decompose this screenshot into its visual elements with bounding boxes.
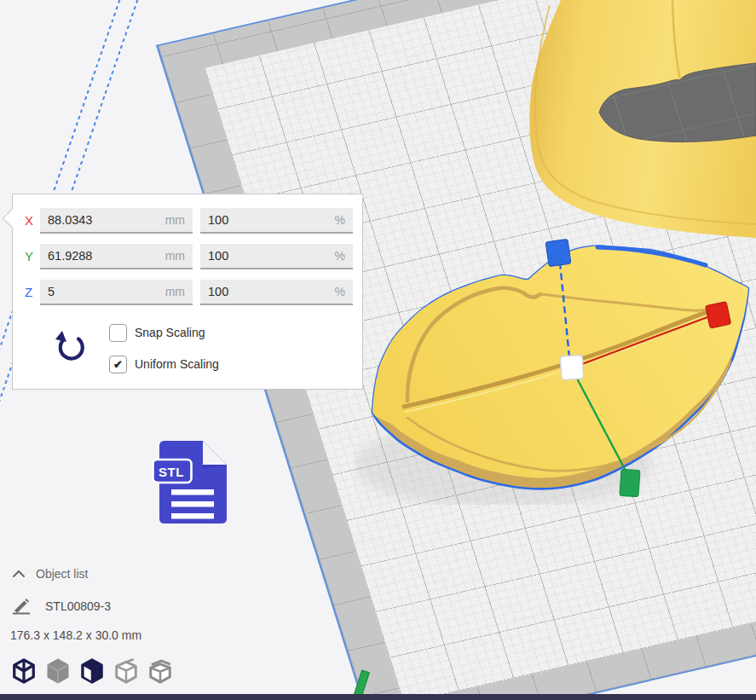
pencil-icon: [12, 597, 31, 616]
scale-y-percent-input[interactable]: 100 %: [200, 244, 353, 269]
scale-tool-panel: X 88.0343 mm 100 % Y 61.9288 mm 100 % Z: [12, 194, 363, 390]
unit-label: %: [335, 249, 345, 263]
stl-file-icon[interactable]: STL: [152, 438, 232, 524]
view-cube-half-solid-icon[interactable]: [79, 657, 105, 685]
scale-z-mm-input[interactable]: 5 mm: [40, 280, 193, 305]
snap-scaling-label: Snap Scaling: [135, 326, 205, 339]
slicer-app: X 88.0343 mm 100 % Y 61.9288 mm 100 % Z: [0, 0, 756, 700]
object-list-title: Object list: [36, 567, 88, 581]
axis-y-label: Y: [25, 249, 40, 263]
stl-text-line: [171, 489, 214, 495]
gizmo-y-handle[interactable]: [620, 469, 640, 496]
stl-badge-text: STL: [159, 465, 184, 479]
scale-z-percent-input[interactable]: 100 %: [200, 280, 353, 305]
gizmo-z-handle[interactable]: [545, 239, 571, 266]
object-list-item-name: STL00809-3: [45, 599, 111, 613]
unit-label: mm: [165, 213, 185, 227]
scale-row-y: Y 61.9288 mm 100 %: [13, 244, 362, 269]
chevron-up-icon[interactable]: [12, 570, 26, 578]
unit-label: %: [335, 213, 345, 227]
unit-label: mm: [165, 285, 185, 298]
uniform-check-glyph: ✔: [113, 358, 123, 371]
view-cube-solid-icon[interactable]: [45, 657, 71, 685]
scale-row-z: Z 5 mm 100 %: [13, 280, 362, 305]
gizmo-center-handle[interactable]: [560, 355, 584, 380]
model-dimensions: 176.3 x 148.2 x 30.0 mm: [10, 628, 141, 642]
view-cube-lid-icon[interactable]: [147, 657, 173, 685]
scale-x-percent-input[interactable]: 100 %: [200, 208, 353, 234]
view-mode-toolbar: [11, 657, 182, 685]
scale-row-x: X 88.0343 mm 100 %: [13, 208, 362, 234]
snap-scaling-checkbox[interactable]: [109, 324, 127, 342]
stl-text-line: [171, 513, 214, 519]
stl-text-line: [171, 501, 214, 507]
object-list-header[interactable]: Object list: [12, 567, 88, 581]
object-list-item[interactable]: STL00809-3: [12, 597, 111, 616]
uniform-scaling-checkbox[interactable]: ✔: [109, 356, 127, 373]
scale-x-mm-input[interactable]: 88.0343 mm: [40, 208, 193, 234]
view-cube-open-icon[interactable]: [113, 657, 139, 685]
view-cube-wireframe-icon[interactable]: [11, 657, 37, 685]
unit-label: %: [335, 285, 345, 298]
stl-document-fold: [203, 441, 227, 465]
lips-cookie-cutter-model-selected[interactable]: [354, 230, 756, 505]
gizmo-x-handle[interactable]: [706, 302, 731, 329]
heart-cookie-cutter-model[interactable]: [510, 0, 756, 256]
snap-scaling-row: Snap Scaling: [109, 323, 205, 342]
axis-x-label: X: [25, 213, 40, 228]
uniform-scaling-row: ✔ Uniform Scaling: [109, 355, 219, 373]
axis-z-label: Z: [25, 285, 40, 299]
scale-y-mm-input[interactable]: 61.9288 mm: [40, 244, 193, 269]
reset-scale-button[interactable]: [54, 329, 88, 368]
bottom-bar: [0, 694, 756, 700]
unit-label: mm: [165, 249, 185, 263]
uniform-scaling-label: Uniform Scaling: [135, 357, 219, 371]
